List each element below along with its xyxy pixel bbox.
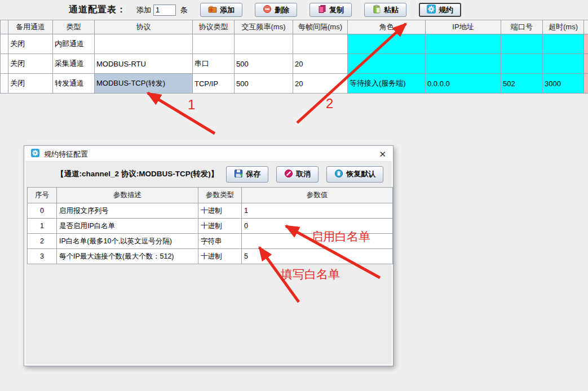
paste-button-label: 粘贴 xyxy=(384,5,399,15)
page-title: 通道配置表： xyxy=(69,4,126,16)
channel-table-cell[interactable] xyxy=(293,34,348,54)
protocol-config-dialog: 规约特征配置 ✕ 【通道:channel_2 协议:MODBUS-TCP(转发)… xyxy=(24,145,394,366)
channel-table-cell[interactable]: 等待接入(服务端) xyxy=(348,74,426,94)
parameter-value-cell[interactable]: 1 xyxy=(242,203,393,219)
gear-icon xyxy=(427,5,436,15)
channel-table-cell[interactable]: 3000 xyxy=(543,74,584,94)
table-row[interactable]: 关闭转发通道MODBUS-TCP(转发)TCP/IP50020等待接入(服务端)… xyxy=(1,74,588,94)
channel-table-cell[interactable]: TCP/IP xyxy=(193,74,235,94)
channel-table-cell[interactable] xyxy=(95,34,193,54)
parameter-value-cell[interactable]: 0 xyxy=(242,219,393,234)
parameter-table-header-cell: 参数值 xyxy=(242,188,393,203)
channel-table-cell[interactable] xyxy=(426,54,501,74)
channel-table-cell[interactable]: 串口 xyxy=(193,54,235,74)
parameter-cell: 每个IP最大连接个数(最大个数：512) xyxy=(57,249,198,264)
parameter-cell: 十进制 xyxy=(198,249,242,264)
parameter-cell: IP白名单(最多10个,以英文逗号分隔) xyxy=(57,234,198,249)
channel-table-cell[interactable]: 0.0.0.0 xyxy=(426,74,501,94)
channel-table-cell[interactable]: 关闭 xyxy=(8,34,53,54)
channel-table-cell[interactable] xyxy=(348,54,426,74)
channel-table-cell[interactable]: 500 xyxy=(235,74,293,94)
channel-table-cell[interactable] xyxy=(543,54,584,74)
parameter-cell: 1 xyxy=(28,219,57,234)
parameter-cell: 启用报文序列号 xyxy=(57,203,198,219)
parameter-cell: 2 xyxy=(28,234,57,249)
protocol-button[interactable]: 规约 xyxy=(419,3,461,17)
parameter-row[interactable]: 2IP白名单(最多10个,以英文逗号分隔)字符串 xyxy=(28,234,393,249)
channel-table-cell[interactable]: 转发通道 xyxy=(53,74,95,94)
channel-table-cell[interactable] xyxy=(193,34,235,54)
dialog-title: 规约特征配置 xyxy=(44,149,88,159)
channel-table-header-cell: 备用通道 xyxy=(8,20,53,34)
annotation-step-2: 2 xyxy=(326,96,333,112)
parameter-value-cell[interactable]: 5 xyxy=(242,249,393,264)
channel-table-cell[interactable] xyxy=(348,34,426,54)
close-icon[interactable]: ✕ xyxy=(379,150,386,158)
channel-table-cell[interactable] xyxy=(584,74,588,94)
channel-table-cell[interactable] xyxy=(501,34,543,54)
parameter-table-header-cell: 序号 xyxy=(28,188,57,203)
arrow-to-selected-protocol xyxy=(148,93,215,134)
cancel-button[interactable]: 取消 xyxy=(276,166,319,183)
channel-table-header-row: 备用通道类型协议协议类型交互频率(ms)每帧间隔(ms)角色IP地址端口号超时(… xyxy=(1,20,588,34)
unit-label: 条 xyxy=(180,5,188,15)
selected-protocol-cell[interactable]: MODBUS-TCP(转发) xyxy=(95,74,193,94)
parameter-cell: 0 xyxy=(28,203,57,219)
channel-table-cell[interactable] xyxy=(584,54,588,74)
save-icon xyxy=(234,169,243,180)
channel-table-header-cell: 超时(ms) xyxy=(543,20,584,34)
channel-table-cell[interactable] xyxy=(584,34,588,54)
channel-table-body: 关闭内部通道关闭采集通道MODBUS-RTU串口50020关闭转发通道MODBU… xyxy=(1,34,588,94)
save-button[interactable]: 保存 xyxy=(226,166,268,183)
channel-table-cell[interactable]: MODBUS-RTU xyxy=(95,54,193,74)
parameter-cell: 字符串 xyxy=(198,234,242,249)
paste-button[interactable]: 粘贴 xyxy=(364,3,406,17)
parameter-row[interactable]: 3每个IP最大连接个数(最大个数：512)十进制5 xyxy=(28,249,393,264)
copy-button[interactable]: 复制 xyxy=(310,3,352,17)
channel-table-cell[interactable] xyxy=(235,34,293,54)
channel-table-cell[interactable]: 20 xyxy=(293,54,348,74)
dialog-gear-icon xyxy=(31,149,39,159)
channel-table-header-cell xyxy=(1,20,8,34)
dialog-titlebar[interactable]: 规约特征配置 ✕ xyxy=(25,147,392,162)
channel-table-cell[interactable] xyxy=(426,34,501,54)
table-row[interactable]: 关闭内部通道 xyxy=(1,34,588,54)
parameter-row[interactable]: 0启用报文序列号十进制1 xyxy=(28,203,393,219)
folder-add-icon xyxy=(208,5,217,15)
channel-table: 备用通道类型协议协议类型交互频率(ms)每帧间隔(ms)角色IP地址端口号超时(… xyxy=(0,20,588,94)
copy-icon xyxy=(317,5,326,15)
table-row[interactable]: 关闭采集通道MODBUS-RTU串口50020 xyxy=(1,54,588,74)
channel-table-header-cell: 交互频率(ms) xyxy=(235,20,293,34)
channel-table-cell[interactable]: 502 xyxy=(501,74,543,94)
channel-config-toolbar: 通道配置表： 添加 条 添加 删除 复 xyxy=(0,0,588,20)
add-count-input[interactable] xyxy=(153,5,176,16)
channel-table-cell[interactable]: 500 xyxy=(235,54,293,74)
dialog-toolbar: 【通道:channel_2 协议:MODBUS-TCP(转发)】 保存 xyxy=(25,162,392,183)
cancel-button-label: 取消 xyxy=(296,169,311,179)
channel-table-cell[interactable] xyxy=(501,54,543,74)
channel-table-cell[interactable]: 关闭 xyxy=(8,74,53,94)
channel-table-cell[interactable]: 20 xyxy=(293,74,348,94)
delete-button[interactable]: 删除 xyxy=(255,3,297,17)
channel-table-cell[interactable] xyxy=(1,34,8,54)
channel-table-cell[interactable]: 内部通道 xyxy=(53,34,95,54)
channel-table-cell[interactable] xyxy=(543,34,584,54)
channel-table-cell[interactable]: 采集通道 xyxy=(53,54,95,74)
parameter-table-body: 0启用报文序列号十进制11是否启用IP白名单十进制02IP白名单(最多10个,以… xyxy=(28,203,393,264)
channel-table-cell[interactable] xyxy=(1,74,8,94)
parameter-cell: 十进制 xyxy=(198,219,242,234)
annotation-step-1: 1 xyxy=(188,97,195,113)
channel-table-cell[interactable]: 关闭 xyxy=(8,54,53,74)
restore-default-button[interactable]: 恢复默认 xyxy=(326,166,383,183)
channel-table-cell[interactable] xyxy=(1,54,8,74)
parameter-cell: 3 xyxy=(28,249,57,264)
parameter-row[interactable]: 1是否启用IP白名单十进制0 xyxy=(28,219,393,234)
add-button[interactable]: 添加 xyxy=(200,3,242,17)
save-button-label: 保存 xyxy=(246,169,260,179)
copy-button-label: 复制 xyxy=(329,5,344,15)
dialog-context-label: 【通道:channel_2 协议:MODBUS-TCP(转发)】 xyxy=(56,169,218,179)
channel-table-header-cell: 每帧间隔(ms) xyxy=(293,20,348,34)
parameter-value-cell[interactable] xyxy=(242,234,393,249)
parameter-table-header-cell: 参数描述 xyxy=(57,188,198,203)
channel-table-header-cell: 类型 xyxy=(53,20,95,34)
